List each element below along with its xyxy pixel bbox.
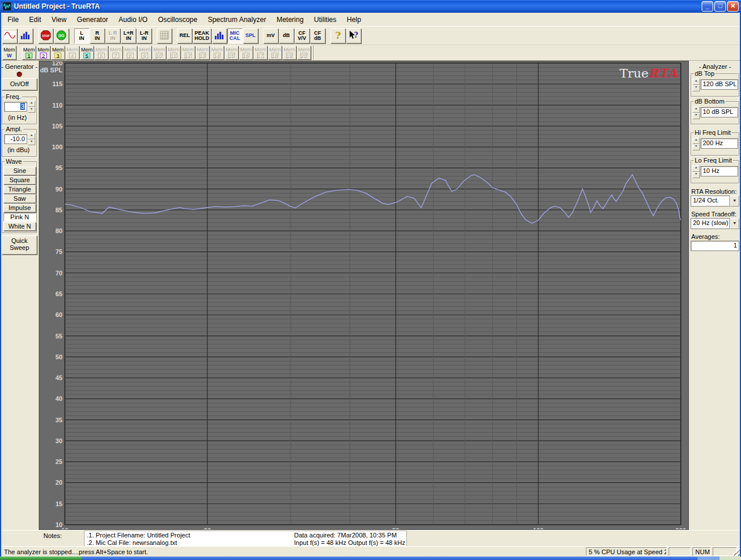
- menu-item-audio-i-o[interactable]: Audio I/O: [113, 14, 153, 25]
- freq-spinner: ▲ ▼: [28, 101, 35, 113]
- db-top-label: dB Top: [694, 70, 716, 77]
- wave-button-sine[interactable]: Sine: [3, 167, 36, 175]
- db-bottom-spin-up-button[interactable]: ▲: [692, 106, 700, 113]
- peak-hold-button[interactable]: PEAKHOLD: [193, 28, 211, 43]
- stop-button[interactable]: STOP: [38, 28, 53, 43]
- maximize-button[interactable]: □: [714, 1, 726, 12]
- spectrum-display-button[interactable]: [18, 28, 33, 43]
- note-line2-left: .2. Mic Cal File: newrsanalog.txt: [87, 539, 177, 546]
- millivolts-button[interactable]: mV: [263, 28, 278, 43]
- mem-button-5[interactable]: Mem5: [80, 46, 94, 60]
- ampl-input[interactable]: -10.0: [4, 134, 27, 144]
- minimize-button[interactable]: _: [702, 1, 713, 12]
- db-top-field[interactable]: 120 dB SPL: [700, 79, 738, 90]
- crest-factor-db-button[interactable]: CFdB: [310, 28, 325, 43]
- speed-tradeoff-select[interactable]: 20 Hz (slow) ▼: [691, 218, 739, 229]
- mem-slot-badge: 10: [156, 53, 163, 58]
- truerta-logo: TrueRTA: [619, 66, 678, 80]
- db-top-spin-down-button[interactable]: ▼: [692, 85, 700, 91]
- db-top-spin-up-button[interactable]: ▲: [692, 79, 700, 85]
- mem-button-1[interactable]: Mem1: [22, 46, 36, 60]
- quick-sweep-button[interactable]: Quick Sweep: [2, 235, 37, 255]
- menu-item-oscilloscope[interactable]: Oscilloscope: [153, 14, 203, 25]
- mem-button-19: Mem19: [283, 46, 296, 60]
- bar-display-button[interactable]: [212, 28, 227, 43]
- mic-cal-button[interactable]: MICCAL: [228, 28, 243, 43]
- dual-lr-input-button: L RIN: [105, 28, 120, 43]
- freq-spin-down-button[interactable]: ▼: [28, 107, 35, 113]
- mem-button-15: Mem15: [225, 46, 239, 60]
- menu-item-edit[interactable]: Edit: [24, 14, 46, 25]
- db-bottom-spin-down-button[interactable]: ▼: [692, 113, 700, 119]
- db-bottom-field[interactable]: 10 dB SPL: [700, 107, 738, 117]
- l-minus-r-input-button[interactable]: L-RIN: [137, 28, 152, 43]
- freq-spin-up-button[interactable]: ▲: [28, 101, 35, 107]
- lo-freq-spin-up-button[interactable]: ▲: [692, 165, 700, 172]
- rta-resolution-select[interactable]: 1/24 Oct. ▼: [691, 196, 739, 207]
- averages-input[interactable]: 1: [691, 241, 739, 251]
- title-bar[interactable]: Untitled Project - TrueRTA _ □ ✕: [0, 0, 741, 13]
- hi-freq-field[interactable]: 200 Hz: [700, 138, 738, 149]
- mem-slot-badge: 20: [300, 53, 307, 58]
- mem-button-14: Mem14: [210, 46, 224, 60]
- hi-freq-spin-down-button[interactable]: ▼: [692, 144, 700, 150]
- svg-text:50: 50: [56, 353, 63, 360]
- mem-button-4: Mem4: [65, 46, 79, 60]
- svg-text:dB SPL: dB SPL: [40, 67, 63, 73]
- memory-toolbar: MemWMem1Mem2Mem3Mem4Mem5Mem6Mem7Mem8Mem9…: [0, 45, 741, 61]
- generator-sine-button[interactable]: [2, 28, 17, 43]
- wave-button-white-n[interactable]: White N: [3, 222, 36, 231]
- menu-item-metering[interactable]: Metering: [272, 14, 309, 25]
- left-input-button[interactable]: LIN: [74, 28, 89, 43]
- cpu-usage-panel: 5 % CPU Usage at Speed 2: [586, 547, 667, 556]
- crest-factor-vv-button[interactable]: CFV/V: [295, 28, 310, 43]
- menu-item-utilities[interactable]: Utilities: [309, 14, 342, 25]
- generator-panel: - Generator - On/Off Freq. 3 ▲ ▼ (in Hz)…: [0, 61, 39, 530]
- decibels-button[interactable]: dB: [279, 28, 294, 43]
- note-line2-right: Input f(s) = 48 kHz Output f(s) = 48 kHz: [294, 539, 405, 546]
- wave-button-pink-n[interactable]: Pink N: [3, 213, 36, 222]
- mem-button-6: Mem6: [94, 46, 108, 60]
- mem-button-3[interactable]: Mem3: [51, 46, 65, 60]
- go-button[interactable]: GO: [54, 28, 69, 43]
- speed-tradeoff-dropdown-icon[interactable]: ▼: [730, 218, 739, 229]
- svg-text:90: 90: [56, 186, 63, 193]
- spl-button[interactable]: SPL: [243, 28, 258, 43]
- rta-resolution-dropdown-icon[interactable]: ▼: [730, 196, 739, 207]
- wave-button-triangle[interactable]: Triangle: [3, 185, 36, 194]
- notes-box[interactable]: .1. Project Filename: Untitled Project D…: [84, 530, 407, 547]
- mem-button-w[interactable]: MemW: [2, 46, 16, 60]
- mem-slot-badge: 18: [272, 53, 278, 58]
- right-input-button[interactable]: RIN: [90, 28, 105, 43]
- sine-icon: [4, 31, 16, 40]
- menu-item-view[interactable]: View: [46, 14, 72, 25]
- ampl-spin-up-button[interactable]: ▲: [28, 133, 35, 139]
- bars-icon: [214, 31, 225, 40]
- menu-item-file[interactable]: File: [2, 14, 24, 25]
- mem-button-2[interactable]: Mem2: [36, 46, 50, 60]
- l-plus-r-input-button[interactable]: L+RIN: [121, 28, 136, 43]
- menu-bar: FileEditViewGeneratorAudio I/OOscillosco…: [0, 13, 741, 27]
- svg-text:30: 30: [56, 437, 63, 444]
- freq-input[interactable]: 3: [4, 102, 27, 112]
- menu-item-spectrum-analyzer[interactable]: Spectrum Analyzer: [203, 14, 272, 25]
- generator-on-off-button[interactable]: On/Off: [2, 78, 37, 90]
- ampl-spin-down-button[interactable]: ▼: [28, 139, 35, 146]
- wave-group-label: Wave: [5, 158, 23, 165]
- relative-mode-button[interactable]: REL: [177, 28, 192, 43]
- lo-freq-field[interactable]: 10 Hz: [700, 166, 738, 176]
- close-button[interactable]: ✕: [727, 1, 739, 12]
- context-help-button[interactable]: ?: [346, 28, 361, 43]
- help-button[interactable]: ?: [331, 28, 346, 43]
- menu-item-help[interactable]: Help: [342, 14, 366, 25]
- hi-freq-spin-up-button[interactable]: ▲: [692, 138, 700, 144]
- go-icon: GO: [56, 30, 67, 42]
- mem-slot-badge: 16: [243, 53, 250, 58]
- lo-freq-spin-down-button[interactable]: ▼: [692, 172, 700, 178]
- wave-button-impulse[interactable]: Impulse: [3, 204, 36, 212]
- wave-button-square[interactable]: Square: [3, 176, 36, 185]
- start-button-strip[interactable]: [0, 557, 82, 560]
- menu-item-generator[interactable]: Generator: [72, 14, 113, 25]
- wave-button-saw[interactable]: Saw: [3, 194, 36, 203]
- app-icon: [2, 2, 12, 11]
